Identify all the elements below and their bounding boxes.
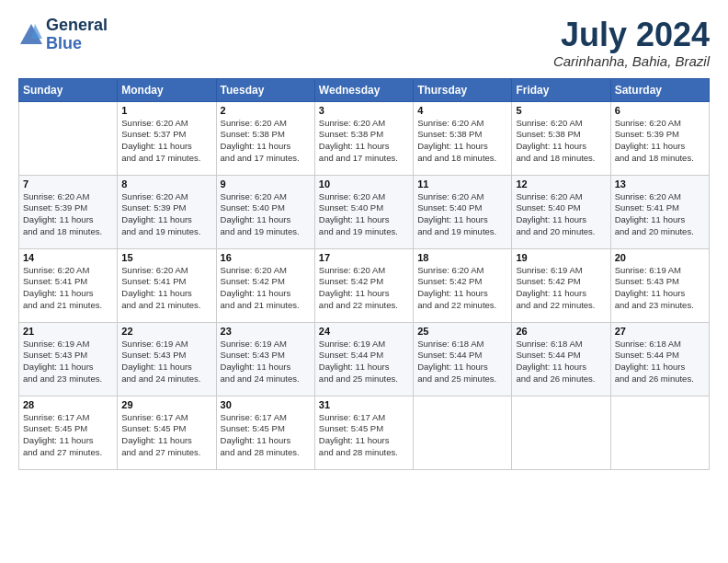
day-number: 29 bbox=[121, 399, 211, 410]
day-number: 22 bbox=[121, 326, 211, 337]
header: General Blue July 2024 Carinhanha, Bahia… bbox=[18, 17, 710, 69]
day-info: Sunrise: 6:20 AMSunset: 5:40 PMDaylight:… bbox=[319, 191, 409, 238]
col-header-thursday: Thursday bbox=[414, 78, 512, 101]
calendar-cell: 23Sunrise: 6:19 AMSunset: 5:43 PMDayligh… bbox=[216, 322, 314, 396]
col-header-wednesday: Wednesday bbox=[314, 78, 413, 101]
day-number: 15 bbox=[121, 252, 211, 263]
day-number: 26 bbox=[516, 326, 606, 337]
day-info: Sunrise: 6:17 AMSunset: 5:45 PMDaylight:… bbox=[23, 412, 113, 459]
calendar-cell: 25Sunrise: 6:18 AMSunset: 5:44 PMDayligh… bbox=[414, 322, 512, 396]
calendar-cell: 17Sunrise: 6:20 AMSunset: 5:42 PMDayligh… bbox=[314, 248, 413, 322]
calendar-cell bbox=[512, 396, 610, 469]
calendar-cell: 9Sunrise: 6:20 AMSunset: 5:40 PMDaylight… bbox=[216, 175, 314, 248]
calendar-table: SundayMondayTuesdayWednesdayThursdayFrid… bbox=[18, 78, 710, 470]
day-info: Sunrise: 6:20 AMSunset: 5:41 PMDaylight:… bbox=[23, 265, 113, 312]
day-info: Sunrise: 6:19 AMSunset: 5:42 PMDaylight:… bbox=[516, 265, 606, 312]
day-number: 5 bbox=[516, 105, 606, 116]
day-number: 27 bbox=[615, 326, 705, 337]
day-number: 2 bbox=[221, 105, 311, 116]
day-info: Sunrise: 6:20 AMSunset: 5:38 PMDaylight:… bbox=[221, 118, 311, 165]
calendar-cell: 21Sunrise: 6:19 AMSunset: 5:43 PMDayligh… bbox=[19, 322, 118, 396]
calendar-cell: 4Sunrise: 6:20 AMSunset: 5:38 PMDaylight… bbox=[414, 101, 512, 175]
title-block: July 2024 Carinhanha, Bahia, Brazil bbox=[553, 17, 710, 69]
day-number: 30 bbox=[221, 399, 311, 410]
col-header-sunday: Sunday bbox=[19, 78, 118, 101]
logo-icon bbox=[18, 22, 44, 48]
day-number: 24 bbox=[319, 326, 409, 337]
day-number: 4 bbox=[417, 105, 507, 116]
day-number: 7 bbox=[23, 178, 113, 190]
month-title: July 2024 bbox=[553, 17, 710, 53]
day-number: 11 bbox=[417, 178, 507, 190]
day-info: Sunrise: 6:20 AMSunset: 5:38 PMDaylight:… bbox=[417, 118, 507, 165]
day-info: Sunrise: 6:20 AMSunset: 5:39 PMDaylight:… bbox=[615, 118, 705, 165]
day-info: Sunrise: 6:19 AMSunset: 5:43 PMDaylight:… bbox=[23, 339, 113, 385]
day-info: Sunrise: 6:20 AMSunset: 5:42 PMDaylight:… bbox=[221, 265, 311, 312]
calendar-cell: 5Sunrise: 6:20 AMSunset: 5:38 PMDaylight… bbox=[512, 101, 610, 175]
calendar-cell: 10Sunrise: 6:20 AMSunset: 5:40 PMDayligh… bbox=[314, 175, 413, 248]
day-number: 16 bbox=[221, 252, 311, 263]
day-number: 28 bbox=[23, 399, 113, 410]
calendar-cell: 16Sunrise: 6:20 AMSunset: 5:42 PMDayligh… bbox=[216, 248, 314, 322]
day-number: 9 bbox=[221, 178, 311, 190]
day-number: 21 bbox=[23, 326, 113, 337]
day-info: Sunrise: 6:20 AMSunset: 5:39 PMDaylight:… bbox=[121, 191, 211, 238]
day-number: 6 bbox=[615, 105, 705, 116]
col-header-monday: Monday bbox=[118, 78, 216, 101]
calendar-cell: 27Sunrise: 6:18 AMSunset: 5:44 PMDayligh… bbox=[610, 322, 709, 396]
day-info: Sunrise: 6:18 AMSunset: 5:44 PMDaylight:… bbox=[516, 339, 606, 385]
calendar-week-4: 21Sunrise: 6:19 AMSunset: 5:43 PMDayligh… bbox=[19, 322, 710, 396]
day-number: 19 bbox=[516, 252, 606, 263]
calendar-week-1: 1Sunrise: 6:20 AMSunset: 5:37 PMDaylight… bbox=[19, 101, 710, 175]
calendar-cell: 29Sunrise: 6:17 AMSunset: 5:45 PMDayligh… bbox=[118, 396, 216, 469]
day-number: 20 bbox=[615, 252, 705, 263]
calendar-page: General Blue July 2024 Carinhanha, Bahia… bbox=[0, 0, 728, 563]
day-info: Sunrise: 6:17 AMSunset: 5:45 PMDaylight:… bbox=[221, 412, 311, 459]
calendar-cell: 8Sunrise: 6:20 AMSunset: 5:39 PMDaylight… bbox=[118, 175, 216, 248]
day-number: 3 bbox=[319, 105, 409, 116]
day-info: Sunrise: 6:20 AMSunset: 5:38 PMDaylight:… bbox=[319, 118, 409, 165]
calendar-cell: 6Sunrise: 6:20 AMSunset: 5:39 PMDaylight… bbox=[610, 101, 709, 175]
day-info: Sunrise: 6:19 AMSunset: 5:43 PMDaylight:… bbox=[121, 339, 211, 385]
logo-blue: Blue bbox=[46, 35, 108, 53]
day-info: Sunrise: 6:20 AMSunset: 5:41 PMDaylight:… bbox=[121, 265, 211, 312]
day-info: Sunrise: 6:19 AMSunset: 5:43 PMDaylight:… bbox=[615, 265, 705, 312]
col-header-tuesday: Tuesday bbox=[216, 78, 314, 101]
logo: General Blue bbox=[18, 17, 108, 53]
day-number: 10 bbox=[319, 178, 409, 190]
calendar-cell: 3Sunrise: 6:20 AMSunset: 5:38 PMDaylight… bbox=[314, 101, 413, 175]
day-number: 31 bbox=[319, 399, 409, 410]
day-info: Sunrise: 6:20 AMSunset: 5:38 PMDaylight:… bbox=[516, 118, 606, 165]
day-info: Sunrise: 6:20 AMSunset: 5:40 PMDaylight:… bbox=[417, 191, 507, 238]
calendar-cell: 14Sunrise: 6:20 AMSunset: 5:41 PMDayligh… bbox=[19, 248, 118, 322]
day-info: Sunrise: 6:20 AMSunset: 5:40 PMDaylight:… bbox=[516, 191, 606, 238]
calendar-cell: 15Sunrise: 6:20 AMSunset: 5:41 PMDayligh… bbox=[118, 248, 216, 322]
calendar-cell: 11Sunrise: 6:20 AMSunset: 5:40 PMDayligh… bbox=[414, 175, 512, 248]
day-info: Sunrise: 6:17 AMSunset: 5:45 PMDaylight:… bbox=[121, 412, 211, 459]
day-number: 12 bbox=[516, 178, 606, 190]
calendar-cell: 30Sunrise: 6:17 AMSunset: 5:45 PMDayligh… bbox=[216, 396, 314, 469]
day-number: 8 bbox=[121, 178, 211, 190]
calendar-cell bbox=[19, 101, 118, 175]
calendar-week-2: 7Sunrise: 6:20 AMSunset: 5:39 PMDaylight… bbox=[19, 175, 710, 248]
day-number: 1 bbox=[121, 105, 211, 116]
calendar-cell: 13Sunrise: 6:20 AMSunset: 5:41 PMDayligh… bbox=[610, 175, 709, 248]
day-info: Sunrise: 6:20 AMSunset: 5:37 PMDaylight:… bbox=[121, 118, 211, 165]
calendar-cell: 22Sunrise: 6:19 AMSunset: 5:43 PMDayligh… bbox=[118, 322, 216, 396]
calendar-cell: 19Sunrise: 6:19 AMSunset: 5:42 PMDayligh… bbox=[512, 248, 610, 322]
calendar-cell: 1Sunrise: 6:20 AMSunset: 5:37 PMDaylight… bbox=[118, 101, 216, 175]
day-number: 17 bbox=[319, 252, 409, 263]
calendar-cell: 20Sunrise: 6:19 AMSunset: 5:43 PMDayligh… bbox=[610, 248, 709, 322]
col-header-friday: Friday bbox=[512, 78, 610, 101]
calendar-week-5: 28Sunrise: 6:17 AMSunset: 5:45 PMDayligh… bbox=[19, 396, 710, 469]
day-number: 18 bbox=[417, 252, 507, 263]
day-number: 25 bbox=[417, 326, 507, 337]
day-info: Sunrise: 6:20 AMSunset: 5:40 PMDaylight:… bbox=[221, 191, 311, 238]
calendar-cell: 12Sunrise: 6:20 AMSunset: 5:40 PMDayligh… bbox=[512, 175, 610, 248]
day-info: Sunrise: 6:17 AMSunset: 5:45 PMDaylight:… bbox=[319, 412, 409, 459]
day-info: Sunrise: 6:20 AMSunset: 5:39 PMDaylight:… bbox=[23, 191, 113, 238]
col-header-saturday: Saturday bbox=[610, 78, 709, 101]
calendar-cell bbox=[610, 396, 709, 469]
calendar-header-row: SundayMondayTuesdayWednesdayThursdayFrid… bbox=[19, 78, 710, 101]
day-info: Sunrise: 6:18 AMSunset: 5:44 PMDaylight:… bbox=[417, 339, 507, 385]
